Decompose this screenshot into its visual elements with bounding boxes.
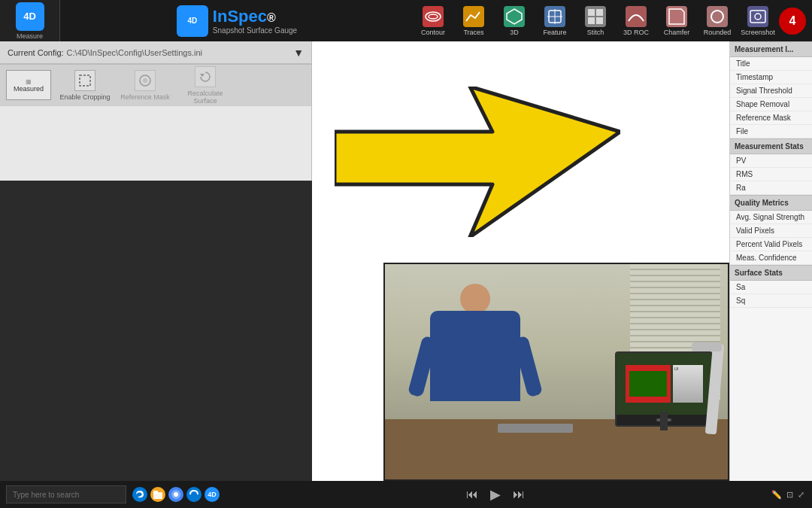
media-rewind-button[interactable]: ⏮: [466, 488, 478, 501]
right-item-meas-confidence[interactable]: Meas. Confidence: [730, 251, 812, 265]
right-item-timestamp[interactable]: Timestamp: [730, 71, 812, 84]
app-title: InSpec®: [213, 7, 297, 26]
center-area: UI: [312, 41, 729, 481]
logo-measure-label: Measure: [17, 32, 43, 40]
contour-button[interactable]: Contour: [414, 2, 453, 40]
right-item-rms[interactable]: RMS: [730, 168, 812, 181]
toolbar: 4D Measure 4D InSpec® Snapshot Surface G…: [0, 0, 812, 41]
taskbar-media-controls: ⏮ ▶ ⏭: [220, 486, 771, 503]
svg-rect-12: [596, 9, 603, 16]
edge2-icon[interactable]: [186, 487, 201, 502]
svg-rect-14: [596, 17, 603, 24]
right-item-sq[interactable]: Sq: [730, 294, 812, 308]
4d-taskbar-icon[interactable]: 4D: [205, 487, 220, 502]
maximize-icon[interactable]: ⤢: [798, 490, 804, 500]
right-item-percent-valid[interactable]: Percent Valid Pixels: [730, 238, 812, 251]
right-item-file[interactable]: File: [730, 125, 812, 138]
bottom-controls: ▦ Measured Enable Cropping Reference Mas…: [0, 64, 311, 105]
feature-button[interactable]: Feature: [535, 2, 574, 40]
3d-button[interactable]: 3D: [495, 2, 534, 40]
config-label: Current Config:: [8, 48, 64, 57]
right-item-ra[interactable]: Ra: [730, 181, 812, 195]
media-play-button[interactable]: ▶: [490, 486, 501, 503]
app-subtitle: Snapshot Surface Gauge: [213, 26, 297, 35]
right-item-pv[interactable]: PV: [730, 154, 812, 168]
yellow-arrow: [335, 87, 620, 239]
svg-rect-11: [588, 9, 595, 16]
taskbar-app-icons: 4D: [132, 487, 220, 502]
4d-circle-logo: 4: [779, 8, 806, 35]
browser-icon[interactable]: [168, 487, 183, 502]
svg-rect-29: [153, 491, 158, 494]
right-item-shape-removal[interactable]: Shape Removal: [730, 98, 812, 111]
main-area: Current Config: C:\4D\InSpec\Config\User…: [0, 41, 812, 481]
svg-rect-15: [626, 6, 647, 27]
right-item-signal-threshold[interactable]: Signal Threshold: [730, 84, 812, 98]
reference-mask-button[interactable]: Reference Mask: [119, 70, 171, 101]
svg-marker-26: [200, 74, 205, 77]
right-item-sa[interactable]: Sa: [730, 281, 812, 294]
stitch-button[interactable]: Stitch: [576, 2, 615, 40]
taskbar-search-input[interactable]: [6, 485, 126, 503]
logo-4d-icon: 4D: [16, 2, 44, 31]
reference-mask-icon: [135, 70, 156, 91]
file-explorer-icon[interactable]: [150, 487, 165, 502]
svg-marker-27: [335, 87, 620, 237]
rounded-button[interactable]: Rounded: [698, 2, 737, 40]
media-forward-button[interactable]: ⏭: [513, 488, 525, 501]
right-item-valid-pixels[interactable]: Valid Pixels: [730, 224, 812, 238]
svg-point-31: [174, 492, 178, 497]
enable-cropping-icon: [74, 70, 95, 91]
surface-stats-title: Surface Stats: [730, 265, 812, 281]
chamfer-button[interactable]: Chamfer: [657, 2, 696, 40]
app-logo: 4D Measure: [0, 0, 60, 41]
right-item-avg-signal[interactable]: Avg. Signal Strength: [730, 211, 812, 224]
secondary-panel: [0, 105, 312, 181]
right-item-title[interactable]: Title: [730, 57, 812, 71]
toolbar-center: 4D InSpec® Snapshot Surface Gauge: [60, 5, 414, 37]
taskbar: 4D ⏮ ▶ ⏭ ✏️ ⊡ ⤢: [0, 481, 812, 508]
edge-icon[interactable]: [132, 487, 147, 502]
right-panel: Measurement I... Title Timestamp Signal …: [729, 41, 812, 481]
inspec-logo: 4D InSpec® Snapshot Surface Gauge: [177, 5, 297, 37]
crop-icon: ⊡: [786, 490, 793, 500]
toolbar-icons: Contour Traces 3D Feature Stitch 3D ROC: [414, 2, 812, 40]
recalculate-surface-icon: [195, 66, 216, 87]
video-overlay: UI: [383, 263, 729, 481]
config-bar: Current Config: C:\4D\InSpec\Config\User…: [0, 41, 311, 64]
3d-roc-button[interactable]: 3D ROC: [617, 2, 656, 40]
svg-rect-23: [80, 75, 90, 86]
screenshot-button[interactable]: Screenshot: [738, 2, 777, 40]
right-item-reference-mask[interactable]: Reference Mask: [730, 111, 812, 125]
config-dropdown-icon[interactable]: ▼: [293, 47, 304, 59]
inspec-logo-icon: 4D: [177, 5, 208, 37]
measured-button[interactable]: ▦ Measured: [6, 70, 51, 100]
measurement-stats-title: Measurement Stats: [730, 138, 812, 154]
config-path: C:\4D\InSpec\Config\UserSettings.ini: [67, 48, 294, 57]
measurement-info-title: Measurement I...: [730, 41, 812, 57]
pencil-icon: ✏️: [771, 490, 782, 500]
svg-point-25: [143, 78, 147, 83]
left-panel: Current Config: C:\4D\InSpec\Config\User…: [0, 41, 312, 105]
quality-metrics-title: Quality Metrics: [730, 195, 812, 211]
taskbar-right-area: ✏️ ⊡ ⤢: [771, 490, 812, 500]
recalculate-surface-button[interactable]: Recalculate Surface: [179, 66, 232, 105]
svg-rect-18: [707, 6, 728, 27]
traces-button[interactable]: Traces: [454, 2, 493, 40]
svg-rect-13: [588, 17, 595, 24]
enable-cropping-button[interactable]: Enable Cropping: [59, 70, 111, 101]
video-content: UI: [385, 264, 728, 479]
